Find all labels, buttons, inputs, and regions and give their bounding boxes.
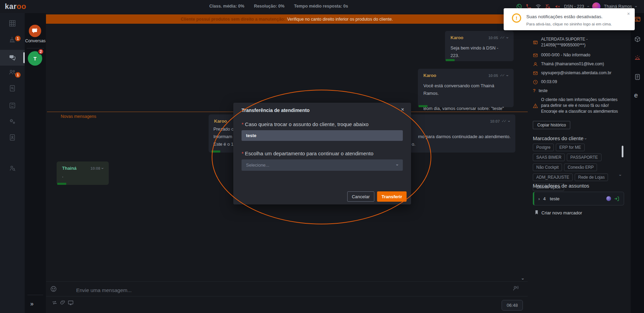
- new-conversation-button[interactable]: [29, 25, 41, 37]
- subject-value: teste: [539, 88, 622, 94]
- subject-marker-count: 4: [543, 196, 546, 201]
- maintenance-warning-banner: Cliente possui produtos sem direito a ma…: [46, 14, 528, 24]
- voice-message-icon[interactable]: [512, 284, 519, 292]
- sidebar-item-conversations[interactable]: [0, 50, 25, 66]
- transfer-button[interactable]: Transferir: [377, 191, 407, 202]
- copy-history-button[interactable]: Copiar histórico: [533, 121, 570, 129]
- karoo-app: karoo Class. média: 0% Resolução: 0% Tem…: [0, 0, 644, 313]
- department-select[interactable]: Selecione...›: [242, 159, 403, 171]
- message-author: Karoo: [423, 73, 436, 78]
- chat-plus-icon: [32, 27, 38, 34]
- expand-sidebar-button[interactable]: »: [30, 300, 34, 308]
- message-text: Este é o 1: [213, 142, 234, 147]
- message-bubble[interactable]: Thainá 10:08› .: [57, 161, 109, 185]
- sidebar-item-client-docs[interactable]: [0, 130, 25, 145]
- quick-replies-icon[interactable]: [51, 300, 58, 306]
- close-icon[interactable]: ×: [401, 107, 404, 113]
- session-duration-row: 00:03:09: [533, 79, 625, 85]
- message-text: Bom dia, vamos conversar sobre: "teste": [423, 105, 508, 112]
- alert-siren-icon[interactable]: [634, 54, 641, 61]
- sidebar-item-reports[interactable]: [0, 31, 25, 47]
- tags-scroll-down-icon[interactable]: ›: [618, 175, 622, 176]
- message-text: Seja bem vindo à DSN - 223.: [450, 44, 508, 59]
- modal-title: Transferência de atendimento: [242, 108, 309, 113]
- client-company: ALTERDATA SUPORTE - 214059(***89055000**…: [541, 36, 625, 48]
- tag[interactable]: SAAS BIMER: [533, 154, 565, 161]
- notification-title: Suas notificações estão desativadas.: [526, 14, 602, 19]
- client-products-icon[interactable]: [634, 16, 641, 23]
- chat-bubbles-icon: [9, 54, 16, 62]
- chevron-down-icon[interactable]: ›: [507, 121, 511, 122]
- conversation-unread-badge: 2: [38, 48, 44, 55]
- message-input[interactable]: Envie uma mensagem...: [76, 287, 132, 293]
- progress-bar: [419, 105, 428, 107]
- chevron-right-icon[interactable]: ›: [538, 196, 540, 201]
- client-markers-title[interactable]: Marcadores do cliente ›: [533, 135, 586, 141]
- warning-circle-icon: !: [512, 13, 521, 23]
- client-contact: Thainá (thainaramos01@live.com): [541, 61, 625, 67]
- bookmark-icon: [534, 210, 539, 215]
- grid-icon: [9, 20, 16, 27]
- cancel-button[interactable]: Cancelar: [347, 191, 374, 202]
- message-author: Karoo: [450, 35, 464, 40]
- chevron-down-icon[interactable]: ›: [634, 6, 638, 7]
- screen-share-icon[interactable]: [68, 300, 74, 306]
- required-mark: *: [242, 121, 244, 127]
- mail-icon: [533, 70, 538, 76]
- tags-scrollbar[interactable]: [622, 146, 623, 157]
- scroll-to-bottom-icon[interactable]: ›: [521, 278, 525, 280]
- tag[interactable]: Postgre: [533, 144, 554, 151]
- message-text: Prezado c: [213, 126, 234, 132]
- tag[interactable]: ADM_REAJUSTE: [533, 174, 573, 181]
- chevron-down-icon[interactable]: ›: [101, 168, 105, 169]
- enter-marker-icon[interactable]: [614, 196, 620, 202]
- message-bubble[interactable]: Karoo 10:05✓✓› Você está conversando com…: [418, 69, 514, 107]
- tag[interactable]: Conexão ERP: [564, 164, 597, 171]
- tag[interactable]: ERP for ME: [556, 144, 584, 151]
- person-icon: [533, 61, 538, 67]
- session-timer: 06:48: [502, 300, 523, 311]
- banner-bold-text: Cliente possui produtos sem direito a ma…: [181, 17, 285, 22]
- chevron-up-icon[interactable]: ›: [586, 6, 590, 7]
- company-card-icon: [533, 36, 538, 48]
- sidebar-item-sync[interactable]: [0, 98, 25, 113]
- attachment-icon[interactable]: [60, 299, 66, 305]
- create-marker-button[interactable]: Criar novo marcador: [541, 210, 582, 215]
- divider: [46, 281, 528, 282]
- message-time: 10:05: [488, 74, 498, 78]
- subject-markers-title: Marcadores de assuntos: [533, 183, 589, 189]
- divider: [27, 295, 43, 295]
- sidebar-item-search-history[interactable]: [0, 80, 25, 96]
- e-service-icon[interactable]: e: [634, 91, 638, 99]
- stat-tempo-medio: Tempo médio resposta: 0s: [294, 4, 348, 9]
- conversas-label: Conversas: [25, 38, 46, 43]
- document-search-icon: [9, 85, 16, 92]
- sidebar-item-settings[interactable]: [0, 113, 25, 129]
- sidebar-item-agent-search[interactable]: [0, 160, 25, 176]
- warning-icon: [533, 97, 538, 114]
- tag[interactable]: Não Cockpit: [533, 164, 562, 171]
- subject-input[interactable]: teste: [242, 130, 403, 141]
- tag[interactable]: PASSAPORTE: [567, 154, 601, 161]
- client-contact-row: Thainá (thainaramos01@live.com): [533, 61, 625, 67]
- message-time: 10:08: [91, 166, 100, 170]
- subject-marker-item[interactable]: › 4 teste: [533, 192, 624, 205]
- notes-icon[interactable]: [634, 74, 641, 80]
- close-icon[interactable]: ×: [627, 11, 630, 16]
- sidebar-item-contacts[interactable]: [0, 64, 25, 80]
- chevron-down-icon[interactable]: ›: [505, 75, 510, 76]
- products-cube-icon[interactable]: [634, 36, 641, 43]
- tag[interactable]: Rede de Lojas: [575, 174, 608, 181]
- emoji-icon[interactable]: [50, 286, 57, 292]
- document-person-icon: [9, 134, 16, 141]
- message-author: Thainá: [62, 166, 77, 171]
- marker-color-icon[interactable]: [606, 196, 611, 201]
- question-icon: ?: [533, 88, 536, 94]
- sidebar-item-dashboard[interactable]: [0, 15, 25, 31]
- chevron-down-icon[interactable]: ›: [505, 37, 510, 38]
- chevron-down-icon: ›: [395, 164, 399, 166]
- karoo-logo[interactable]: karoo: [5, 2, 26, 11]
- subject-row: ? teste: [533, 88, 625, 94]
- chevron-down-icon: ›: [584, 138, 588, 139]
- message-bubble[interactable]: Karoo 10:05✓✓› Seja bem vindo à DSN - 22…: [445, 31, 514, 61]
